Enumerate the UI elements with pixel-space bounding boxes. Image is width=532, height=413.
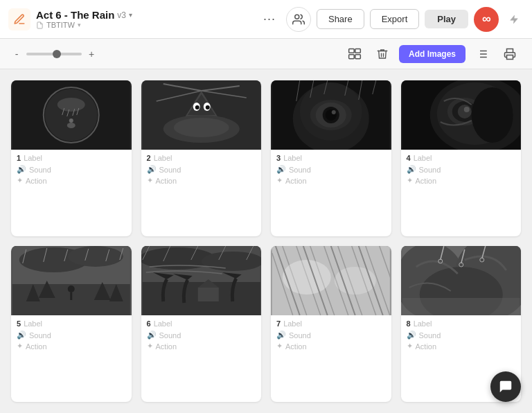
svg-point-56: [463, 107, 469, 112]
header-left: Act 6 - The Rain v3 ▾ TBTITW ▾: [8, 8, 253, 30]
zoom-out-button[interactable]: -: [11, 49, 22, 60]
card-body-1: 1 Label 🔊 Sound ✦ Action: [11, 150, 132, 191]
card-sound-1: Sound: [29, 166, 51, 174]
storyboard-grid: 1 Label 🔊 Sound ✦ Action: [0, 69, 532, 413]
header-center: ···: [258, 8, 281, 30]
card-sound-row-3: 🔊 Sound: [276, 165, 386, 174]
card-image-5: [11, 246, 132, 315]
add-images-button[interactable]: Add Images: [399, 45, 466, 63]
storyboard-card-6[interactable]: 6 Label 🔊 Sound ✦ Action: [141, 246, 262, 402]
share-button[interactable]: Share: [317, 9, 364, 29]
card-label-6: Label: [154, 319, 172, 328]
card-action-8: Action: [416, 342, 437, 351]
card-image-8: [401, 246, 522, 315]
svg-point-35: [205, 105, 209, 109]
card-label-row-7: 7 Label: [276, 319, 386, 328]
svg-point-0: [295, 15, 299, 19]
svg-point-43: [332, 110, 336, 114]
svg-point-55: [457, 105, 471, 118]
storyboard-card-4[interactable]: 4 Label 🔊 Sound ✦ Action: [401, 80, 522, 236]
volume-icon-7: 🔊: [276, 331, 286, 340]
card-image-1: [11, 80, 132, 150]
storyboard-card-5[interactable]: 5 Label 🔊 Sound ✦ Action: [11, 246, 132, 402]
svg-rect-12: [507, 55, 513, 59]
volume-icon-2: 🔊: [147, 165, 157, 174]
svg-rect-5: [355, 54, 361, 58]
card-action-row-8: ✦ Action: [407, 342, 516, 351]
card-sound-2: Sound: [159, 166, 181, 174]
svg-point-34: [195, 105, 199, 109]
card-number-2: 2: [147, 154, 151, 162]
lightning-button[interactable]: [504, 10, 524, 29]
card-sound-row-4: 🔊 Sound: [407, 165, 516, 174]
toolbar-left: - +: [11, 49, 338, 60]
card-body-6: 6 Label 🔊 Sound ✦ Action: [141, 315, 262, 357]
play-button[interactable]: Play: [425, 10, 468, 28]
svg-point-78: [201, 252, 261, 271]
card-label-8: Label: [414, 319, 432, 328]
storyboard-card-7[interactable]: 7 Label 🔊 Sound ✦ Action: [271, 246, 391, 402]
card-label-row-3: 3 Label: [276, 154, 386, 162]
card-number-1: 1: [17, 154, 21, 162]
more-options-button[interactable]: ···: [258, 8, 281, 30]
toolbar: - + Add Images: [0, 39, 532, 69]
storyboard-view-button[interactable]: [344, 43, 366, 65]
zoom-in-button[interactable]: +: [86, 49, 97, 60]
card-number-5: 5: [17, 319, 21, 328]
zoom-thumb: [53, 50, 61, 58]
card-sound-8: Sound: [419, 331, 441, 340]
svg-marker-1: [511, 15, 518, 24]
card-image-4: [401, 80, 522, 150]
card-body-8: 8 Label 🔊 Sound ✦ Action: [401, 315, 522, 357]
card-action-6: Action: [156, 342, 177, 351]
svg-rect-83: [197, 288, 218, 301]
card-action-4: Action: [416, 177, 437, 185]
chevron-down-icon[interactable]: ▾: [129, 11, 132, 19]
storyboard-card-3[interactable]: 3 Label 🔊 Sound ✦ Action: [271, 80, 391, 236]
version-tag: v3: [117, 10, 126, 20]
svg-point-21: [67, 123, 76, 128]
infinity-button[interactable]: ∞: [474, 7, 499, 32]
storyboard-icon: [348, 47, 362, 61]
card-label-5: Label: [24, 319, 42, 328]
card-label-row-8: 8 Label: [407, 319, 516, 328]
card-image-3: [271, 80, 391, 150]
subtitle-chevron-icon[interactable]: ▾: [78, 21, 81, 28]
svg-point-31: [173, 118, 229, 137]
svg-point-57: [471, 87, 513, 143]
card-label-row-1: 1 Label: [17, 154, 126, 162]
list-view-button[interactable]: [471, 43, 493, 65]
volume-icon-3: 🔊: [276, 165, 286, 174]
action-icon-8: ✦: [407, 342, 413, 351]
card-action-row-3: ✦ Action: [276, 176, 386, 185]
storyboard-card-1[interactable]: 1 Label 🔊 Sound ✦ Action: [11, 80, 132, 236]
card-number-6: 6: [147, 319, 151, 328]
title-block: Act 6 - The Rain v3 ▾ TBTITW ▾: [36, 9, 132, 29]
volume-icon-6: 🔊: [147, 331, 157, 340]
chat-fab-button[interactable]: [490, 371, 521, 402]
pencil-icon: [13, 13, 26, 26]
doc-icon: [36, 21, 44, 29]
zoom-slider[interactable]: [26, 53, 82, 55]
svg-rect-3: [355, 49, 361, 53]
card-sound-row-1: 🔊 Sound: [17, 165, 126, 174]
infinity-icon: ∞: [482, 12, 490, 26]
pencil-icon-wrap[interactable]: [8, 8, 30, 30]
card-sound-row-6: 🔊 Sound: [147, 331, 256, 340]
card-body-2: 2 Label 🔊 Sound ✦ Action: [141, 150, 262, 191]
card-body-3: 3 Label 🔊 Sound ✦ Action: [271, 150, 391, 191]
print-icon: [504, 48, 516, 60]
card-action-1: Action: [26, 177, 47, 185]
trash-button[interactable]: [371, 43, 393, 65]
print-button[interactable]: [499, 43, 521, 65]
chat-icon: [498, 379, 513, 394]
card-action-2: Action: [156, 177, 177, 185]
export-button[interactable]: Export: [370, 9, 420, 29]
card-image-2: [141, 80, 262, 150]
collaborators-button[interactable]: [286, 7, 311, 32]
card-body-4: 4 Label 🔊 Sound ✦ Action: [401, 150, 522, 191]
action-icon-6: ✦: [147, 342, 153, 351]
storyboard-card-2[interactable]: 2 Label 🔊 Sound ✦ Action: [141, 80, 262, 236]
card-sound-3: Sound: [289, 166, 311, 174]
card-action-row-7: ✦ Action: [276, 342, 386, 351]
